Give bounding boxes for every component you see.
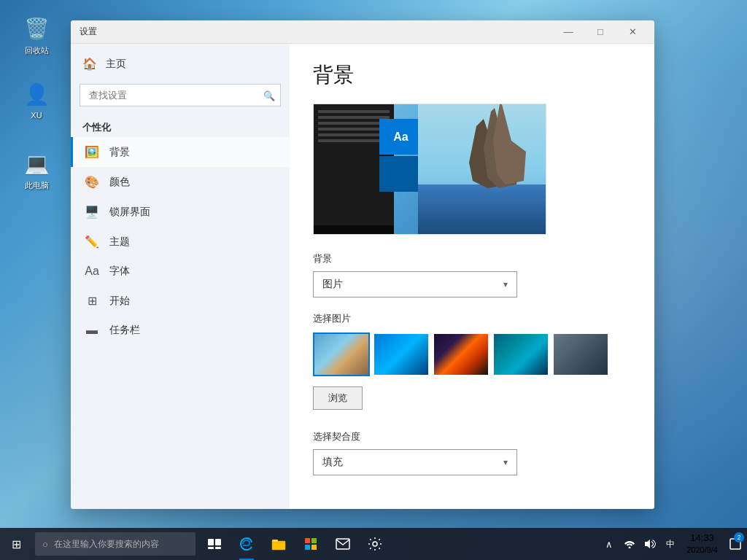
network-icon (624, 540, 635, 548)
tray-volume[interactable] (640, 528, 660, 560)
svg-point-17 (629, 547, 631, 549)
recycle-bin-icon: 🗑️ (22, 14, 51, 43)
tray-chevron[interactable]: ∧ (599, 528, 619, 560)
window-title: 设置 (80, 26, 552, 38)
fit-dropdown-arrow-icon: ▾ (503, 457, 508, 467)
taskbar-app-explorer[interactable] (263, 528, 295, 560)
beach-thumb-inner (314, 334, 368, 375)
edge-icon (239, 537, 254, 551)
select-picture-label: 选择图片 (313, 312, 631, 325)
fit-dropdown[interactable]: 填充 ▾ (313, 449, 517, 475)
taskbar-app-edge[interactable] (231, 528, 263, 560)
volume-icon (644, 539, 656, 549)
preview-taskbar (314, 225, 394, 234)
mail-icon (336, 538, 350, 550)
svg-rect-8 (215, 547, 221, 549)
svg-point-16 (373, 542, 377, 546)
page-title: 背景 (313, 61, 631, 89)
font-label: 字体 (109, 265, 130, 278)
sidebar-item-taskbar[interactable]: ▬ 任务栏 (71, 316, 290, 345)
taskbar-search-text: 在这里输入你要搜索的内容 (54, 538, 159, 551)
picture-thumb-underwater[interactable] (492, 332, 549, 376)
lang-label: 中 (666, 538, 675, 551)
color-label: 颜色 (109, 176, 130, 189)
sidebar-item-theme[interactable]: ✏️ 主题 (71, 227, 290, 257)
theme-icon: ✏️ (85, 235, 99, 249)
desktop-icon-user[interactable]: 👤 XU (11, 77, 62, 122)
close-button[interactable]: ✕ (616, 20, 649, 44)
home-icon: 🏠 (82, 57, 97, 71)
picture-thumb-night[interactable] (433, 332, 489, 376)
underwater-thumb-inner (494, 334, 548, 375)
taskbar-search[interactable]: ○ 在这里输入你要搜索的内容 (35, 532, 196, 556)
sidebar-item-background[interactable]: 🖼️ 背景 (71, 137, 290, 167)
notification-button[interactable]: 2 (724, 528, 747, 560)
recycle-bin-label: 回收站 (25, 45, 49, 56)
start-label: 开始 (109, 295, 130, 308)
svg-marker-18 (645, 540, 650, 548)
desktop: 🗑️ 回收站 👤 XU 💻 此电脑 设置 — □ ✕ 🏠 主页 (0, 0, 747, 560)
sidebar-home[interactable]: 🏠 主页 (71, 50, 290, 78)
svg-rect-15 (336, 539, 349, 549)
sidebar-item-start[interactable]: ⊞ 开始 (71, 286, 290, 316)
start-button[interactable]: ⊞ (0, 528, 32, 560)
sidebar-section-title: 个性化 (71, 112, 290, 137)
my-computer-label: 此电脑 (25, 180, 49, 191)
sidebar-item-lock-screen[interactable]: 🖥️ 锁屏界面 (71, 197, 290, 227)
taskbar-app-taskview[interactable] (198, 528, 231, 560)
windows-thumb-inner (374, 334, 428, 375)
lock-screen-label: 锁屏界面 (109, 206, 150, 219)
maximize-button[interactable]: □ (584, 20, 616, 44)
picture-thumb-beach[interactable] (313, 332, 370, 376)
sidebar-search-icon[interactable]: 🔍 (263, 90, 275, 101)
browse-button[interactable]: 浏览 (313, 386, 363, 410)
fit-value: 填充 (322, 456, 343, 469)
minimize-button[interactable]: — (552, 20, 584, 44)
settings-icon-tb (368, 537, 382, 551)
background-section-label: 背景 (313, 252, 631, 265)
svg-rect-6 (215, 539, 221, 545)
store-icon (303, 537, 318, 551)
taskview-icon (208, 539, 221, 549)
desktop-icon-recycle-bin[interactable]: 🗑️ 回收站 (11, 11, 62, 59)
picture-grid (313, 332, 631, 376)
background-label: 背景 (109, 146, 130, 159)
taskbar-icon: ▬ (85, 324, 99, 337)
taskbar-time: 14:33 (686, 532, 718, 545)
tray-network[interactable] (619, 528, 640, 560)
sidebar-search-input[interactable] (80, 84, 281, 106)
taskbar-app-settings[interactable] (359, 528, 391, 560)
taskbar-app-store[interactable] (295, 528, 327, 560)
settings-window: 设置 — □ ✕ 🏠 主页 🔍 个性化 🖼️ 背景 (71, 20, 654, 509)
sidebar-item-font[interactable]: Aa 字体 (71, 257, 290, 286)
svg-rect-1 (418, 184, 546, 234)
sidebar-home-label: 主页 (106, 58, 126, 71)
svg-rect-7 (208, 547, 214, 549)
preview-photo (418, 104, 546, 234)
taskbar-clock[interactable]: 14:33 2020/9/4 (681, 532, 724, 555)
svg-rect-5 (208, 539, 214, 545)
settings-sidebar: 🏠 主页 🔍 个性化 🖼️ 背景 🎨 颜色 🖥️ 锁屏界面 ✏️ 主题 Aa 字… (71, 44, 290, 509)
taskbar-date: 2020/9/4 (686, 545, 718, 555)
sidebar-search-container: 🔍 (80, 84, 281, 106)
svg-rect-12 (311, 538, 317, 543)
dropdown-arrow-icon: ▾ (503, 279, 508, 289)
svg-rect-11 (305, 538, 310, 543)
desktop-icon-my-computer[interactable]: 💻 此电脑 (11, 146, 62, 194)
preview-photo-svg (418, 104, 546, 234)
taskbar-app-mail[interactable] (327, 528, 359, 560)
picture-thumb-cliff[interactable] (552, 332, 609, 376)
user-label: XU (31, 111, 42, 120)
preview-line (318, 110, 390, 113)
window-body: 🏠 主页 🔍 个性化 🖼️ 背景 🎨 颜色 🖥️ 锁屏界面 ✏️ 主题 Aa 字… (71, 44, 654, 509)
preview-inner: Aa (314, 104, 546, 234)
background-type-value: 图片 (322, 278, 343, 291)
tray-lang[interactable]: 中 (660, 528, 681, 560)
background-type-dropdown[interactable]: 图片 ▾ (313, 271, 517, 298)
taskbar-apps (198, 528, 599, 560)
font-icon: Aa (85, 265, 99, 278)
sidebar-item-color[interactable]: 🎨 颜色 (71, 167, 290, 197)
picture-thumb-windows[interactable] (373, 332, 430, 376)
cliff-thumb-inner (554, 334, 608, 375)
svg-rect-13 (305, 545, 310, 550)
